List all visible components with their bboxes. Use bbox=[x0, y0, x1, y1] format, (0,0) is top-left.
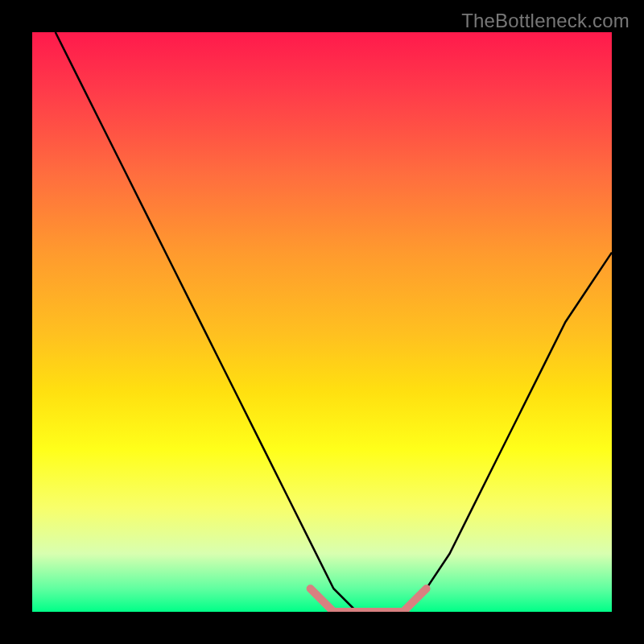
curve-path bbox=[56, 32, 612, 612]
plot-area bbox=[32, 32, 612, 612]
watermark-text: TheBottleneck.com bbox=[461, 10, 630, 32]
chart-svg bbox=[32, 32, 612, 612]
trough-path bbox=[311, 588, 427, 612]
